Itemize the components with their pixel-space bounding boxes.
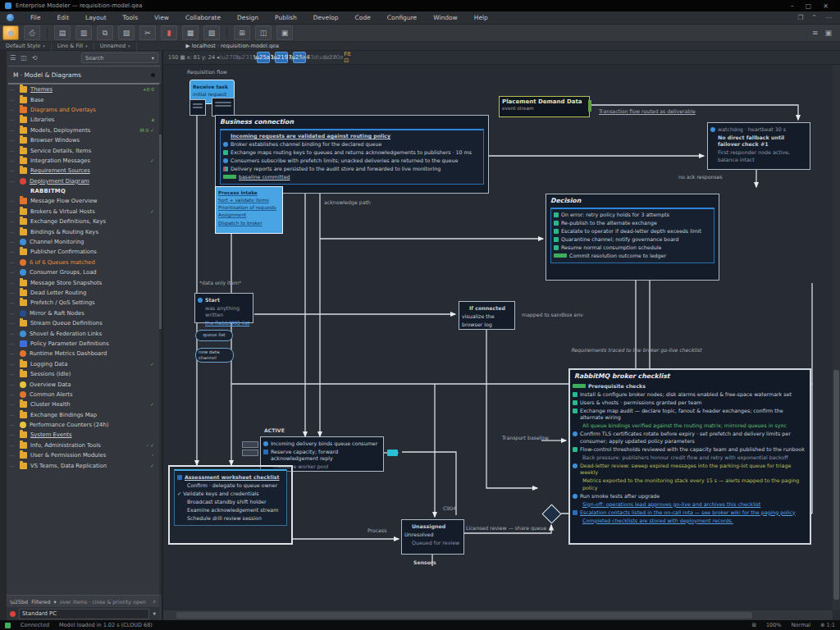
tree-item[interactable]: —Channel Monitoring — [7, 237, 159, 247]
expand-mark[interactable]: — — [10, 413, 20, 418]
expand-mark[interactable]: — — [10, 281, 20, 285]
tree-item[interactable]: —Mirror & Raft Nodes — [7, 308, 159, 318]
menu-configure[interactable]: Configure — [379, 11, 425, 25]
refresh-icon[interactable]: ⟲ — [32, 54, 38, 62]
tree-item[interactable]: —Publisher Confirmations — [7, 247, 159, 257]
toolbar-right-icon[interactable]: ▣ — [824, 29, 832, 37]
menu-right-icon[interactable]: ❐ — [797, 14, 803, 21]
expand-mark[interactable]: — — [10, 382, 20, 387]
tree-item[interactable]: —Dead Letter Routing — [7, 288, 159, 298]
canvas-vscrollbar[interactable] — [833, 65, 840, 610]
node-rabbitmq-checklist[interactable]: RabbitMQ broker checklistPrerequisite ch… — [568, 368, 811, 545]
expand-mark[interactable]: — — [10, 138, 20, 143]
expand-mark[interactable]: — — [10, 300, 20, 305]
browser-header[interactable]: M · Model & Diagrams — [8, 66, 160, 84]
maximize-button[interactable]: ▢ — [806, 2, 812, 10]
expand-mark[interactable]: — — [10, 311, 20, 316]
model-sphere-icon[interactable]: ● — [2, 25, 19, 40]
open-model-icon[interactable]: ▤ — [54, 25, 71, 40]
panels-icon[interactable]: ◫ — [21, 54, 27, 62]
expand-mark[interactable]: — — [10, 422, 20, 427]
node-node-unassigned[interactable]: UnassignedUnresolvedQueued for review — [401, 519, 464, 555]
expand-mark[interactable]: — — [10, 98, 20, 103]
expand-mark[interactable]: — — [10, 209, 20, 214]
tree-item[interactable]: —6 of 6 Queues matched — [7, 258, 159, 267]
menu-publish[interactable]: Publish — [267, 11, 305, 25]
tree-item[interactable]: —Browser Windows — [7, 135, 159, 145]
node-business-connection-panel[interactable]: Business connectionIncoming requests are… — [215, 115, 489, 194]
menu-help[interactable]: Help — [466, 11, 496, 25]
node-pill-queue-list[interactable]: queue list — [195, 330, 233, 341]
close-button[interactable]: ✕ — [823, 2, 829, 10]
menu-code[interactable]: Code — [347, 11, 379, 25]
menu-collaborate[interactable]: Collaborate — [177, 11, 229, 25]
filter-label[interactable]: Filtered — [31, 599, 50, 605]
expand-mark[interactable]: — — [10, 128, 20, 133]
status-right-item[interactable]: ⊕ 1:1 — [820, 622, 835, 628]
expand-mark[interactable]: — — [10, 362, 20, 367]
tree-item[interactable]: —Themes+0 0 — [7, 84, 159, 94]
expand-mark[interactable]: — — [10, 240, 20, 244]
tree-item[interactable]: —Bindings & Routing Keys — [7, 226, 159, 236]
menu-file[interactable]: File — [22, 11, 49, 25]
table-icon[interactable]: ▧ — [203, 25, 220, 40]
status-right-item[interactable]: ⊞ — [751, 622, 756, 628]
save-icon[interactable]: ▥ — [75, 25, 92, 40]
node-event-placement-demand[interactable]: Placement Demand Dataevent stream — [499, 96, 590, 117]
expand-mark[interactable]: — — [10, 453, 20, 458]
expand-mark[interactable]: — — [10, 148, 20, 153]
expand-mark[interactable]: — — [10, 260, 20, 265]
expand-mark[interactable]: — — [10, 443, 20, 448]
expand-mark[interactable]: — — [10, 199, 20, 203]
select-tool-button[interactable]: \u25a3 — [257, 52, 270, 63]
style-dropdown-default-style[interactable]: Default Style▾ — [0, 42, 52, 51]
toolbar-right-icon[interactable]: ≡ — [812, 29, 819, 37]
new-document-icon[interactable]: ⎙ — [24, 25, 40, 40]
tree-item[interactable]: —Requirement Sources — [7, 166, 159, 176]
tree-item[interactable]: —Diagrams and Overlays — [7, 105, 159, 115]
expand-mark[interactable]: — — [10, 351, 20, 356]
tree-item[interactable]: —Base — [7, 94, 159, 104]
menu-tools[interactable]: Tools — [115, 11, 146, 25]
expand-mark[interactable]: — — [10, 331, 20, 336]
tree-item[interactable]: —Deployment Diagram — [7, 176, 159, 186]
expand-mark[interactable]: — — [10, 107, 20, 112]
hamburger-icon[interactable]: ☰ — [10, 54, 16, 62]
tree-item[interactable]: —Models, DeploymentsM 0 ✓ — [7, 126, 159, 135]
collapse-dot-icon[interactable] — [151, 73, 155, 77]
expand-mark[interactable]: — — [10, 117, 20, 122]
frame-icon[interactable]: ▣ — [276, 25, 293, 40]
diagram-canvas[interactable]: 150 ▦ x: 81 y: 24 ◂ \u270b \u2315 \u25a3… — [163, 51, 840, 620]
pan-icon[interactable]: \u270b — [224, 52, 235, 62]
node-exit-mini[interactable] — [212, 98, 235, 116]
search-icon[interactable]: ⌕ — [153, 598, 156, 605]
quick-filter-input[interactable] — [19, 609, 149, 619]
split-view-icon[interactable]: ◫ — [255, 25, 272, 40]
expand-mark[interactable]: — — [10, 270, 20, 275]
tree-item[interactable]: —System Events — [7, 430, 159, 440]
style-dropdown-unnamed[interactable]: Unnamed▾ — [94, 42, 137, 51]
menu-view[interactable]: View — [146, 11, 177, 25]
tree-item[interactable]: —Exchange Definitions, Keys — [7, 217, 159, 226]
node-assessment-worksheet[interactable]: Assessment worksheet checklistConfirm · … — [168, 465, 293, 545]
expand-mark[interactable]: — — [10, 219, 20, 224]
status-right-item[interactable]: 100% — [766, 622, 782, 628]
canvas-hscrollbar[interactable] — [163, 609, 833, 620]
node-note-process-intake[interactable]: Process intakeSort + validate itemsPrior… — [215, 186, 283, 234]
menu-right-icon[interactable]: ⌃ — [811, 14, 817, 21]
app-sphere-icon[interactable] — [7, 14, 14, 21]
menu-develop[interactable]: Develop — [305, 11, 347, 25]
node-decision-panel[interactable]: DecisionOn error: retry policy holds for… — [546, 194, 719, 281]
tree-item[interactable]: —Common Alerts — [7, 390, 159, 399]
menu-window[interactable]: Window — [425, 11, 466, 25]
paste-icon[interactable]: ▨ — [118, 25, 135, 40]
expand-mark[interactable]: — — [10, 230, 20, 235]
tree-item[interactable]: —Brokers & Virtual Hosts✓ — [7, 207, 159, 217]
tree-item[interactable]: —Overview Data — [7, 379, 159, 389]
node-pill-new-channel[interactable]: new data channel — [195, 348, 234, 363]
node-entry-mini[interactable] — [189, 99, 206, 116]
expand-mark[interactable]: — — [10, 249, 20, 254]
stereotype-icon[interactable]: ▮ — [161, 25, 177, 40]
expand-mark[interactable]: — — [10, 463, 20, 468]
pencil-icon[interactable]: \u270e — [327, 52, 339, 62]
